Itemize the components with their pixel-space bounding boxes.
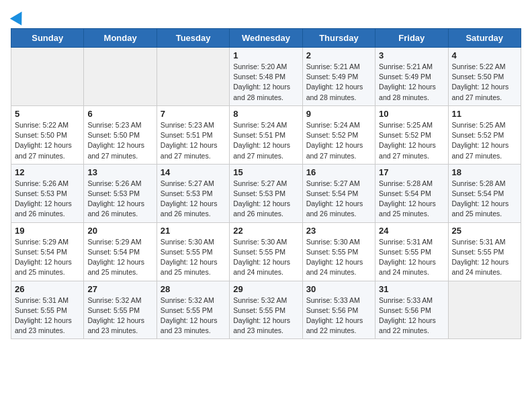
day-number: 31 [379,284,444,294]
calendar-cell: 7Sunrise: 5:23 AM Sunset: 5:51 PM Daylig… [157,105,229,164]
calendar-cell: 1Sunrise: 5:20 AM Sunset: 5:48 PM Daylig… [230,48,302,106]
calendar-cell: 10Sunrise: 5:25 AM Sunset: 5:52 PM Dayli… [375,105,448,164]
calendar-table: SundayMondayTuesdayWednesdayThursdayFrid… [11,28,521,339]
day-info: Sunrise: 5:33 AM Sunset: 5:56 PM Dayligh… [379,295,444,336]
weekday-header: Friday [375,29,448,48]
day-number: 10 [379,109,444,119]
day-info: Sunrise: 5:29 AM Sunset: 5:54 PM Dayligh… [87,237,152,278]
calendar-cell: 19Sunrise: 5:29 AM Sunset: 5:54 PM Dayli… [11,222,84,281]
calendar-cell [448,281,521,339]
calendar-cell: 22Sunrise: 5:30 AM Sunset: 5:55 PM Dayli… [230,222,302,281]
calendar-week-row: 1Sunrise: 5:20 AM Sunset: 5:48 PM Daylig… [11,48,521,106]
day-info: Sunrise: 5:25 AM Sunset: 5:52 PM Dayligh… [379,120,444,161]
weekday-header: Wednesday [230,29,302,48]
day-number: 28 [161,284,226,294]
day-info: Sunrise: 5:27 AM Sunset: 5:54 PM Dayligh… [306,179,371,220]
day-number: 15 [233,167,298,177]
day-number: 29 [233,284,298,294]
day-info: Sunrise: 5:32 AM Sunset: 5:55 PM Dayligh… [87,295,152,336]
day-info: Sunrise: 5:24 AM Sunset: 5:52 PM Dayligh… [306,120,371,161]
calendar-cell: 30Sunrise: 5:33 AM Sunset: 5:56 PM Dayli… [302,281,375,339]
weekday-header: Monday [84,29,157,48]
day-info: Sunrise: 5:20 AM Sunset: 5:48 PM Dayligh… [233,62,298,103]
day-number: 17 [379,167,444,177]
day-info: Sunrise: 5:23 AM Sunset: 5:51 PM Dayligh… [161,120,226,161]
day-number: 6 [87,109,152,119]
calendar-cell: 26Sunrise: 5:31 AM Sunset: 5:55 PM Dayli… [11,281,84,339]
calendar-cell: 20Sunrise: 5:29 AM Sunset: 5:54 PM Dayli… [84,222,157,281]
day-number: 7 [161,109,226,119]
day-number: 11 [452,109,517,119]
day-number: 19 [15,226,80,236]
day-info: Sunrise: 5:24 AM Sunset: 5:51 PM Dayligh… [233,120,298,161]
calendar-cell: 16Sunrise: 5:27 AM Sunset: 5:54 PM Dayli… [302,164,375,222]
calendar-cell: 3Sunrise: 5:21 AM Sunset: 5:49 PM Daylig… [375,48,448,106]
day-number: 5 [15,109,80,119]
calendar-cell: 8Sunrise: 5:24 AM Sunset: 5:51 PM Daylig… [230,105,302,164]
weekday-header: Tuesday [157,29,229,48]
calendar-cell: 25Sunrise: 5:31 AM Sunset: 5:55 PM Dayli… [448,222,521,281]
calendar-cell: 17Sunrise: 5:28 AM Sunset: 5:54 PM Dayli… [375,164,448,222]
day-info: Sunrise: 5:26 AM Sunset: 5:53 PM Dayligh… [15,179,80,220]
calendar-cell: 31Sunrise: 5:33 AM Sunset: 5:56 PM Dayli… [375,281,448,339]
day-number: 14 [161,167,226,177]
calendar-week-row: 26Sunrise: 5:31 AM Sunset: 5:55 PM Dayli… [11,281,521,339]
calendar-week-row: 19Sunrise: 5:29 AM Sunset: 5:54 PM Dayli… [11,222,521,281]
day-info: Sunrise: 5:26 AM Sunset: 5:53 PM Dayligh… [87,179,152,220]
calendar-cell: 12Sunrise: 5:26 AM Sunset: 5:53 PM Dayli… [11,164,84,222]
day-info: Sunrise: 5:25 AM Sunset: 5:52 PM Dayligh… [452,120,517,161]
calendar-cell: 24Sunrise: 5:31 AM Sunset: 5:55 PM Dayli… [375,222,448,281]
day-number: 23 [306,226,371,236]
day-number: 3 [379,50,444,60]
weekday-header: Thursday [302,29,375,48]
day-number: 4 [452,50,517,60]
day-info: Sunrise: 5:21 AM Sunset: 5:49 PM Dayligh… [306,62,371,103]
calendar-cell: 13Sunrise: 5:26 AM Sunset: 5:53 PM Dayli… [84,164,157,222]
day-info: Sunrise: 5:27 AM Sunset: 5:53 PM Dayligh… [161,179,226,220]
day-number: 26 [15,284,80,294]
day-info: Sunrise: 5:28 AM Sunset: 5:54 PM Dayligh… [379,179,444,220]
day-info: Sunrise: 5:21 AM Sunset: 5:49 PM Dayligh… [379,62,444,103]
day-info: Sunrise: 5:23 AM Sunset: 5:50 PM Dayligh… [87,120,152,161]
day-info: Sunrise: 5:31 AM Sunset: 5:55 PM Dayligh… [452,237,517,278]
day-info: Sunrise: 5:22 AM Sunset: 5:50 PM Dayligh… [452,62,517,103]
day-number: 30 [306,284,371,294]
day-number: 22 [233,226,298,236]
page-header [11,11,521,23]
logo-triangle-icon [10,8,28,26]
day-number: 27 [87,284,152,294]
day-number: 1 [233,50,298,60]
day-info: Sunrise: 5:30 AM Sunset: 5:55 PM Dayligh… [233,237,298,278]
day-info: Sunrise: 5:31 AM Sunset: 5:55 PM Dayligh… [15,295,80,336]
day-info: Sunrise: 5:28 AM Sunset: 5:54 PM Dayligh… [452,179,517,220]
day-number: 2 [306,50,371,60]
day-number: 9 [306,109,371,119]
day-info: Sunrise: 5:30 AM Sunset: 5:55 PM Dayligh… [161,237,226,278]
calendar-cell: 28Sunrise: 5:32 AM Sunset: 5:55 PM Dayli… [157,281,229,339]
weekday-header: Saturday [448,29,521,48]
calendar-cell: 14Sunrise: 5:27 AM Sunset: 5:53 PM Dayli… [157,164,229,222]
day-info: Sunrise: 5:22 AM Sunset: 5:50 PM Dayligh… [15,120,80,161]
day-info: Sunrise: 5:32 AM Sunset: 5:55 PM Dayligh… [233,295,298,336]
calendar-cell: 27Sunrise: 5:32 AM Sunset: 5:55 PM Dayli… [84,281,157,339]
day-info: Sunrise: 5:33 AM Sunset: 5:56 PM Dayligh… [306,295,371,336]
calendar-cell: 11Sunrise: 5:25 AM Sunset: 5:52 PM Dayli… [448,105,521,164]
day-info: Sunrise: 5:27 AM Sunset: 5:53 PM Dayligh… [233,179,298,220]
day-info: Sunrise: 5:32 AM Sunset: 5:55 PM Dayligh… [161,295,226,336]
weekday-header: Sunday [11,29,84,48]
day-number: 8 [233,109,298,119]
calendar-cell: 21Sunrise: 5:30 AM Sunset: 5:55 PM Dayli… [157,222,229,281]
day-number: 24 [379,226,444,236]
calendar-cell [157,48,229,106]
calendar-cell: 4Sunrise: 5:22 AM Sunset: 5:50 PM Daylig… [448,48,521,106]
calendar-cell: 15Sunrise: 5:27 AM Sunset: 5:53 PM Dayli… [230,164,302,222]
calendar-cell: 23Sunrise: 5:30 AM Sunset: 5:55 PM Dayli… [302,222,375,281]
day-number: 13 [87,167,152,177]
day-number: 16 [306,167,371,177]
calendar-week-row: 5Sunrise: 5:22 AM Sunset: 5:50 PM Daylig… [11,105,521,164]
calendar-week-row: 12Sunrise: 5:26 AM Sunset: 5:53 PM Dayli… [11,164,521,222]
day-number: 25 [452,226,517,236]
logo [11,11,26,23]
calendar-cell: 5Sunrise: 5:22 AM Sunset: 5:50 PM Daylig… [11,105,84,164]
calendar-cell [84,48,157,106]
